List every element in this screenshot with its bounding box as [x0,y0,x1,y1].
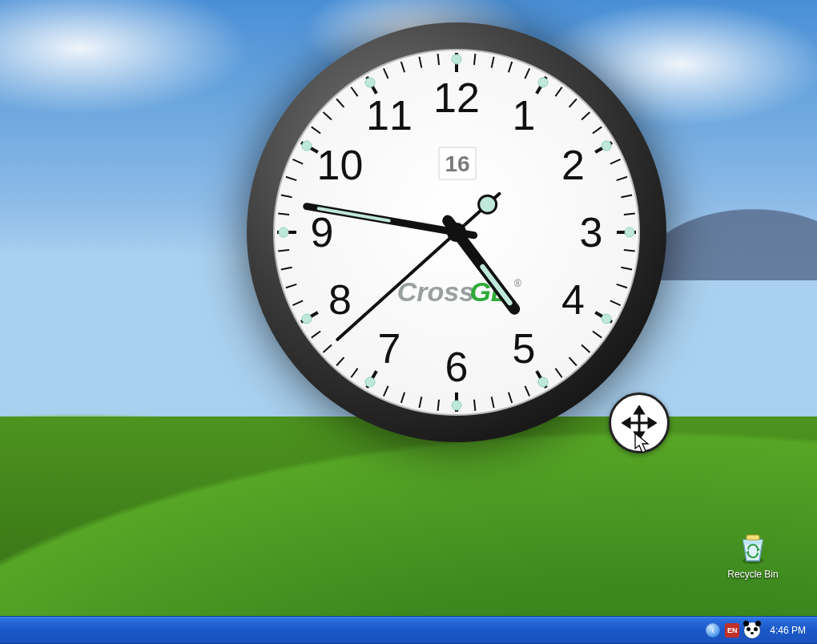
svg-point-67 [538,377,548,387]
svg-text:®: ® [514,278,521,289]
mouse-cursor [634,433,652,455]
svg-text:2: 2 [561,142,585,188]
svg-text:7: 7 [378,325,401,372]
taskbar[interactable]: ‹ EN 4:46 PM [0,616,817,644]
svg-point-62 [452,54,461,64]
svg-rect-105 [747,535,759,540]
tray-app-icon[interactable]: EN [725,623,739,638]
svg-point-96 [447,223,466,242]
svg-text:5: 5 [513,325,536,372]
svg-point-73 [365,78,375,87]
clock-face-svg: 121234567891011 16 Cross GL ® [240,16,673,449]
svg-text:3: 3 [580,209,603,256]
recycle-bin[interactable]: Recycle Bin [721,530,785,580]
svg-point-63 [538,78,548,87]
clock-widget[interactable]: 121234567891011 16 Cross GL ® [240,16,673,449]
svg-text:12: 12 [433,74,480,121]
svg-point-70 [302,314,312,324]
svg-text:10: 10 [317,142,364,188]
svg-text:9: 9 [311,209,334,256]
svg-marker-103 [635,433,648,453]
svg-marker-99 [635,407,643,413]
svg-point-65 [625,227,634,237]
svg-text:Cross: Cross [397,276,474,307]
tray-panda-icon[interactable] [744,622,760,638]
svg-point-66 [602,314,611,324]
svg-text:11: 11 [366,92,413,139]
svg-point-95 [479,195,497,213]
svg-marker-102 [649,419,655,427]
svg-point-72 [302,141,312,151]
svg-marker-101 [623,419,630,427]
svg-text:4: 4 [561,276,585,323]
recycle-bin-label: Recycle Bin [721,569,785,580]
system-tray[interactable]: ‹ EN 4:46 PM [701,617,817,644]
tray-app-label: EN [727,626,738,634]
svg-point-71 [279,227,288,237]
tray-collapse-button[interactable]: ‹ [706,623,720,638]
recycle-bin-icon [735,530,771,566]
svg-point-68 [452,400,461,410]
taskbar-clock[interactable]: 4:46 PM [770,625,806,636]
svg-text:8: 8 [328,276,352,323]
svg-point-64 [602,141,611,151]
svg-text:6: 6 [445,344,469,390]
chevron-left-icon: ‹ [711,625,714,636]
svg-text:1: 1 [513,92,536,139]
svg-point-69 [365,377,375,387]
date-indicator: 16 [445,151,469,176]
